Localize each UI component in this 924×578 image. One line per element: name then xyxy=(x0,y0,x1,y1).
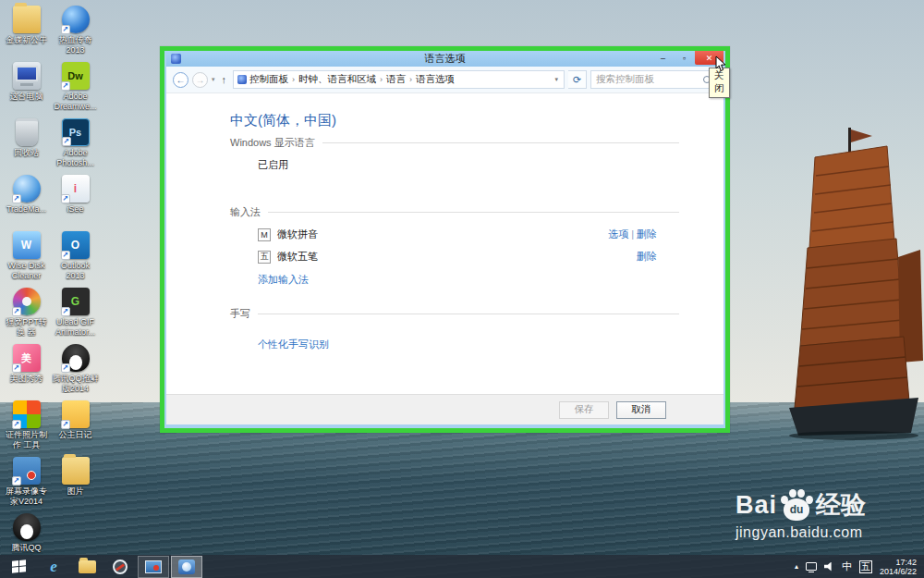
desktop-icon[interactable]: ↗公主日记 xyxy=(52,400,100,457)
desktop-icon[interactable]: 美↗美图秀秀 xyxy=(3,344,51,400)
ime-indicator[interactable]: 中 xyxy=(842,560,852,573)
desktop-icon-label: TradeMa... xyxy=(3,204,51,215)
breadcrumb-control-panel[interactable]: 控制面板 xyxy=(249,73,288,86)
address-bar[interactable]: 控制面板 › 时钟、语言和区域 › 语言 › 语言选项 ▾ xyxy=(233,70,565,89)
breadcrumb-language[interactable]: 语言 xyxy=(386,73,406,86)
language-settings-icon xyxy=(178,560,195,574)
shortcut-arrow-icon: ↗ xyxy=(12,194,21,203)
shortcut-arrow-icon: ↗ xyxy=(61,420,70,429)
desktop-icon[interactable]: WWise Disk Cleaner xyxy=(3,231,51,288)
desktop-icon[interactable]: ↗TradeMa... xyxy=(3,175,51,231)
up-button[interactable]: ↑ xyxy=(222,74,227,85)
desktop-icon[interactable]: ↗屏幕录像专 家V2014 xyxy=(3,457,51,513)
history-chevron-icon[interactable]: ▾ xyxy=(212,76,215,83)
desktop-icon-label: 狸窝PPT转换 器 xyxy=(3,317,51,337)
forward-button[interactable]: → xyxy=(192,72,208,88)
taskbar-language-settings[interactable] xyxy=(171,556,202,578)
search-placeholder: 搜索控制面板 xyxy=(596,73,703,86)
breadcrumb-icon xyxy=(237,75,247,84)
pc-icon xyxy=(13,62,41,90)
shortcut-arrow-icon: ↗ xyxy=(12,476,21,486)
desktop-icon-label: 图片 xyxy=(52,486,100,497)
desktop-icon[interactable]: ↗证件照片制作 工具 xyxy=(3,400,51,457)
desktop-icon[interactable]: Dw↗Adobe Dreamwe... xyxy=(52,62,100,118)
watermark-brand: 经验 xyxy=(816,488,866,522)
shortcut-arrow-icon: ↗ xyxy=(61,194,70,203)
breadcrumb-separator: › xyxy=(291,75,296,84)
breadcrumb-language-options[interactable]: 语言选项 xyxy=(416,73,455,86)
taskbar-apps: e xyxy=(37,556,203,578)
wubi-indicator[interactable]: 五 xyxy=(859,560,872,573)
breadcrumb-clock-language-region[interactable]: 时钟、语言和区域 xyxy=(298,73,376,86)
winq-icon: ↗ xyxy=(13,400,41,428)
desktop-icon-label: 证件照片制作 工具 xyxy=(3,430,51,449)
desktop-icon[interactable]: 这台电脑 xyxy=(3,62,51,118)
desktop-icon[interactable]: ↗热血传奇 2013 xyxy=(52,6,100,62)
shortcut-arrow-icon: ↗ xyxy=(12,420,21,429)
remove-link[interactable]: 删除 xyxy=(637,228,657,240)
isee-icon: i↗ xyxy=(62,175,90,203)
input-method-name: 微软拼音 xyxy=(277,228,318,241)
back-button[interactable]: ← xyxy=(173,72,188,88)
orb2-icon: ↗ xyxy=(13,175,41,203)
desktop-icon[interactable]: 图片 xyxy=(52,457,100,513)
desktop-icon[interactable]: G↗Ulead GIF Animator... xyxy=(52,288,100,344)
watermark-du: du xyxy=(784,498,809,521)
desktop-icon-label: Wise Disk Cleaner xyxy=(3,261,51,280)
desktop-icon-label: 公主日记 xyxy=(52,430,100,440)
desktop-icon[interactable]: O↗Outlook 2013 xyxy=(52,231,100,288)
desktop-icon[interactable]: Ps↗Adobe Photosh... xyxy=(52,118,100,175)
tray-overflow-icon[interactable]: ▴ xyxy=(795,562,798,571)
maximize-button[interactable]: ▫ xyxy=(674,51,695,65)
taskbar-file-explorer[interactable] xyxy=(71,556,103,578)
taskbar: e ▴ 中 五 17:42 2014/6/22 xyxy=(0,555,924,578)
shortcut-arrow-icon: ↗ xyxy=(61,251,70,260)
input-method-actions: 选项|删除 xyxy=(608,228,679,241)
display-language-status: 已启用 xyxy=(258,158,679,172)
cancel-button[interactable]: 取消 xyxy=(616,401,666,419)
wise-icon: W xyxy=(13,231,41,259)
start-button[interactable] xyxy=(0,555,37,578)
desktop-icon-label: 美图秀秀 xyxy=(3,374,51,384)
taskbar-isee-viewer[interactable] xyxy=(104,556,136,578)
baidu-paw-icon: du xyxy=(781,489,812,521)
desktop-icon-label: 屏幕录像专 家V2014 xyxy=(3,486,51,506)
action-separator: | xyxy=(628,228,637,240)
desktop-icon[interactable]: ↗腾讯QQ抢鲜 版2014 xyxy=(52,344,100,400)
titlebar[interactable]: 语言选项 – ▫ ✕ xyxy=(166,51,723,67)
desktop-icon[interactable]: ↗狸窝PPT转换 器 xyxy=(3,288,51,344)
refresh-button[interactable]: ⟳ xyxy=(568,70,587,89)
taskbar-internet-explorer[interactable]: e xyxy=(38,556,69,578)
section-divider xyxy=(268,212,679,213)
yl-icon: ↗ xyxy=(62,400,90,428)
personalize-handwriting-link[interactable]: 个性化手写识别 xyxy=(258,338,679,351)
options-link[interactable]: 选项 xyxy=(608,228,628,240)
shortcut-arrow-icon: ↗ xyxy=(61,25,70,34)
display-language-label: Windows 显示语言 xyxy=(230,136,315,150)
network-icon[interactable] xyxy=(806,562,817,571)
remove-link[interactable]: 删除 xyxy=(637,251,657,262)
isee-viewer-icon xyxy=(113,560,128,574)
shortcut-arrow-icon: ↗ xyxy=(12,363,21,373)
taskbar-screen-recorder[interactable] xyxy=(138,556,169,578)
desktop-icon[interactable]: 回收站 xyxy=(3,118,51,175)
clock[interactable]: 17:42 2014/6/22 xyxy=(880,558,918,576)
dialog-footer: 保存 取消 xyxy=(166,394,723,424)
baidu-jingyan-watermark: Bai du 经验 jingyan.baidu.com xyxy=(736,488,866,541)
language-options-content: 中文(简体，中国) Windows 显示语言 已启用 输入法 M 微软拼音 选项… xyxy=(166,93,723,394)
desktop-icon[interactable]: 金蝶新公牛 xyxy=(3,6,51,62)
save-button[interactable]: 保存 xyxy=(559,401,609,419)
folder-icon xyxy=(62,457,90,485)
volume-icon[interactable] xyxy=(824,562,834,572)
input-methods-section-header: 输入法 xyxy=(230,205,679,219)
minimize-button[interactable]: – xyxy=(652,51,674,65)
desktop-icon-label: 腾讯QQ xyxy=(3,543,51,553)
clock-time: 17:42 xyxy=(880,558,917,567)
add-input-method-link[interactable]: 添加输入法 xyxy=(258,273,679,287)
search-box[interactable]: 搜索控制面板 xyxy=(590,70,716,89)
desktop-icon-label: 回收站 xyxy=(3,148,51,158)
ul-icon: G↗ xyxy=(62,288,90,315)
address-dropdown-icon[interactable]: ▾ xyxy=(551,76,562,83)
desktop-icon[interactable]: i↗iSee xyxy=(52,175,100,231)
shortcut-arrow-icon: ↗ xyxy=(61,307,70,316)
